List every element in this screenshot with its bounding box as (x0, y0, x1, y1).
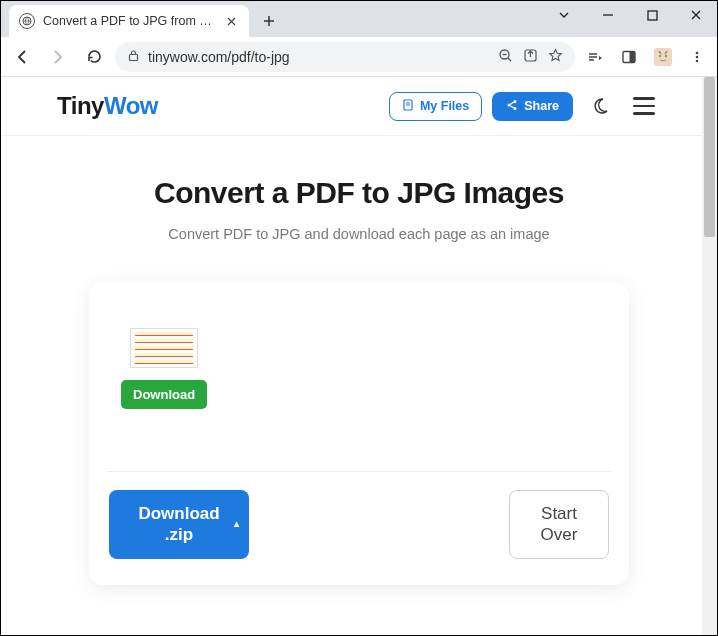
window-caret-down[interactable] (542, 0, 586, 30)
result-card: Download Download .zip ▴ Start Over (89, 282, 629, 585)
svg-rect-1 (648, 11, 657, 20)
svg-rect-3 (130, 54, 138, 60)
logo-wow-text: Wow (104, 92, 158, 119)
share-icon (506, 99, 518, 114)
svg-point-13 (696, 51, 699, 54)
start-over-line1: Start (541, 504, 577, 523)
back-button[interactable] (7, 42, 37, 72)
card-divider (107, 471, 611, 472)
side-panel-icon[interactable] (615, 43, 643, 71)
browser-tab[interactable]: Convert a PDF to JPG from a Sma (9, 5, 249, 37)
forward-button[interactable] (43, 42, 73, 72)
download-image-button[interactable]: Download (121, 380, 207, 409)
svg-point-15 (696, 59, 699, 62)
kebab-menu-icon[interactable] (683, 43, 711, 71)
page-title: Convert a PDF to JPG Images (57, 176, 661, 210)
window-controls (542, 0, 718, 30)
profile-avatar[interactable] (649, 43, 677, 71)
toolbar-extensions (581, 43, 711, 71)
page-subtitle: Convert PDF to JPG and download each pag… (57, 226, 661, 242)
download-zip-line2: .zip (165, 525, 193, 544)
logo-tiny-text: Tiny (57, 92, 104, 119)
start-over-button[interactable]: Start Over (509, 490, 609, 559)
hamburger-menu[interactable] (627, 89, 661, 123)
svg-rect-9 (630, 51, 636, 62)
window-close[interactable] (674, 0, 718, 30)
svg-point-12 (665, 54, 667, 56)
svg-point-11 (659, 54, 661, 56)
page-viewport: TinyWow My Files Share Convert a PDF to … (1, 77, 717, 635)
share-label: Share (524, 99, 559, 113)
download-zip-button[interactable]: Download .zip ▴ (109, 490, 249, 559)
window-minimize[interactable] (586, 0, 630, 30)
file-icon (402, 99, 414, 114)
my-files-button[interactable]: My Files (389, 92, 482, 121)
svg-line-5 (508, 58, 511, 61)
start-over-line2: Over (541, 525, 578, 544)
my-files-label: My Files (420, 99, 469, 113)
share-button[interactable]: Share (492, 92, 573, 121)
new-tab-button[interactable] (255, 7, 283, 35)
browser-toolbar: tinywow.com/pdf/to-jpg (1, 37, 717, 77)
dark-mode-toggle[interactable] (583, 89, 617, 123)
reload-button[interactable] (79, 42, 109, 72)
tab-title: Convert a PDF to JPG from a Sma (43, 14, 215, 28)
main-content: Convert a PDF to JPG Images Convert PDF … (1, 136, 717, 585)
globe-icon (19, 13, 35, 29)
thumbnail-list: Download (107, 312, 611, 435)
site-logo[interactable]: TinyWow (57, 92, 158, 120)
lock-icon (127, 49, 140, 65)
scrollbar-thumb[interactable] (704, 77, 715, 237)
media-control-icon[interactable] (581, 43, 609, 71)
bookmark-star-icon[interactable] (548, 48, 563, 66)
caret-up-icon: ▴ (234, 518, 239, 531)
page-thumbnail[interactable] (130, 328, 198, 368)
site-header: TinyWow My Files Share (1, 77, 717, 136)
vertical-scrollbar[interactable] (702, 77, 717, 635)
window-maximize[interactable] (630, 0, 674, 30)
card-actions: Download .zip ▴ Start Over (107, 490, 611, 559)
download-zip-line1: Download (138, 504, 219, 523)
tab-close-icon[interactable] (223, 13, 239, 29)
address-bar-actions (498, 48, 563, 66)
url-text: tinywow.com/pdf/to-jpg (148, 49, 290, 65)
address-bar[interactable]: tinywow.com/pdf/to-jpg (115, 42, 575, 72)
share-url-icon[interactable] (523, 48, 538, 66)
header-actions: My Files Share (389, 89, 661, 123)
browser-chrome: Convert a PDF to JPG from a Sma tinywow.… (1, 1, 717, 77)
zoom-icon[interactable] (498, 48, 513, 66)
svg-rect-10 (654, 48, 672, 66)
svg-point-14 (696, 55, 699, 58)
thumbnail-item: Download (121, 328, 207, 409)
